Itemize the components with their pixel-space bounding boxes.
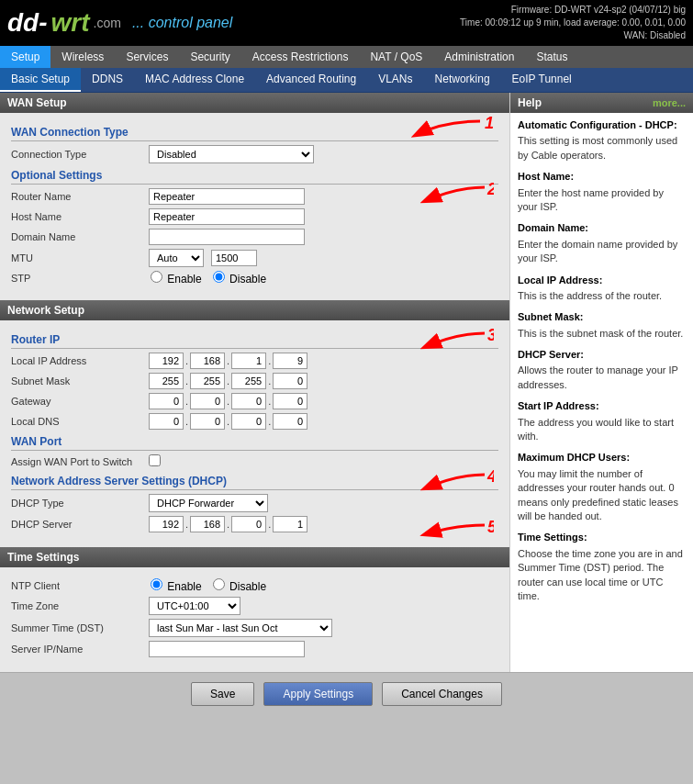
gateway-row: Gateway . . . (11, 393, 498, 409)
local-ip-2[interactable] (190, 353, 225, 369)
help-topic-2: Domain Name: Enter the domain name provi… (518, 221, 686, 265)
nav-networking[interactable]: Networking (424, 68, 501, 92)
host-name-input[interactable] (149, 208, 305, 225)
time-settings-header: Time Settings (0, 547, 509, 567)
nav-access-restrictions[interactable]: Access Restrictions (241, 46, 360, 68)
nav-ddns[interactable]: DDNS (81, 68, 134, 92)
help-topic-2-text: Enter the domain name provided by your I… (518, 238, 686, 266)
sidebar-more-link[interactable]: more... (653, 97, 686, 108)
help-topic-4-text: This is the subnet mask of the router. (518, 327, 686, 341)
stp-disable-label[interactable]: Disable (211, 273, 266, 286)
domain-name-label: Domain Name (11, 231, 149, 242)
nav-mac-address-clone[interactable]: MAC Address Clone (134, 68, 255, 92)
connection-type-select[interactable]: Disabled Automatic Configuration - DHCP … (149, 145, 314, 163)
gw-4[interactable] (273, 393, 307, 409)
dhcp-ip-3[interactable] (231, 516, 266, 532)
logo-wrt: wrt (51, 8, 90, 38)
nav-services[interactable]: Services (115, 46, 179, 68)
network-setup-header: Network Setup (0, 300, 509, 320)
nav-basic-setup[interactable]: Basic Setup (0, 68, 81, 92)
host-name-label: Host Name (11, 211, 149, 222)
dhcp-server-row: DHCP Server . . . (11, 516, 498, 532)
gw-1[interactable] (149, 393, 184, 409)
router-name-input[interactable] (149, 188, 305, 205)
summer-time-select[interactable]: last Sun Mar - last Sun Oct Disabled (149, 619, 332, 637)
subnet-mask-label: Subnet Mask (11, 375, 149, 386)
assign-wan-checkbox[interactable] (149, 454, 161, 466)
logo: dd-wrt.com ... control panel (7, 8, 232, 38)
nav-wireless[interactable]: Wireless (50, 46, 115, 68)
dhcp-ip-4[interactable] (273, 516, 307, 532)
help-topic-8: Time Settings: Choose the time zone you … (518, 531, 686, 603)
domain-name-row: Domain Name (11, 229, 498, 245)
help-topic-6-text: The address you would like to start with… (518, 416, 686, 444)
stp-enable-radio[interactable] (151, 271, 162, 283)
help-topic-3: Local IP Address: This is the address of… (518, 274, 686, 304)
cancel-changes-button[interactable]: Cancel Changes (382, 682, 502, 706)
save-button[interactable]: Save (191, 682, 254, 706)
nav-status[interactable]: Status (525, 46, 578, 68)
ntp-disable-label[interactable]: Disable (211, 580, 266, 593)
mtu-mode-select[interactable]: Auto Manual (149, 249, 204, 267)
server-ip-control (149, 641, 498, 657)
dhcp-ip-2[interactable] (190, 516, 225, 532)
stp-enable-label[interactable]: Enable (149, 273, 202, 286)
time-settings-section: Time Settings NTP Client Enable Disable … (0, 547, 509, 668)
subnet-4[interactable] (273, 373, 307, 389)
nav-security[interactable]: Security (179, 46, 240, 68)
nav-advanced-routing[interactable]: Advanced Routing (255, 68, 367, 92)
subnet-2[interactable] (190, 373, 225, 389)
help-topic-5: DHCP Server: Allows the router to manage… (518, 348, 686, 392)
dns-2[interactable] (190, 413, 225, 430)
logo-com: .com (94, 16, 121, 30)
ntp-enable-label[interactable]: Enable (149, 580, 202, 593)
local-ip-3[interactable] (231, 353, 266, 369)
ntp-enable-radio[interactable] (151, 578, 162, 590)
server-ip-input[interactable] (149, 641, 305, 657)
nav-eoip-tunnel[interactable]: EoIP Tunnel (501, 68, 583, 92)
sidebar-title: Help (518, 96, 542, 109)
stp-disable-radio[interactable] (213, 271, 225, 283)
apply-settings-button[interactable]: Apply Settings (263, 682, 373, 706)
ntp-row: NTP Client Enable Disable (11, 578, 498, 593)
stp-disable-text: Disable (229, 273, 266, 286)
timezone-row: Time Zone UTC+01:00 UTC UTC-05:00 (11, 597, 498, 615)
mtu-row: MTU Auto Manual (11, 249, 498, 267)
subnet-1[interactable] (149, 373, 184, 389)
nav-setup[interactable]: Setup (0, 46, 50, 68)
local-ip-4[interactable] (273, 353, 307, 369)
domain-name-input[interactable] (149, 229, 305, 245)
wan-setup-body: WAN Connection Type Connection Type Disa… (0, 113, 509, 297)
ntp-disable-text: Disable (229, 580, 266, 593)
dns-4[interactable] (273, 413, 307, 430)
ntp-label: NTP Client (11, 580, 149, 591)
ntp-disable-radio[interactable] (213, 578, 225, 590)
local-ip-1[interactable] (149, 353, 184, 369)
help-topic-6-title: Start IP Address: (518, 399, 686, 413)
local-dns-control: . . . (149, 413, 498, 430)
summer-time-row: Summer Time (DST) last Sun Mar - last Su… (11, 619, 498, 637)
router-name-label: Router Name (11, 191, 149, 202)
arrow-2-svg: 2 (402, 178, 494, 224)
logo-cp: ... control panel (132, 15, 232, 31)
summer-time-label: Summer Time (DST) (11, 622, 149, 633)
subnet-3[interactable] (231, 373, 266, 389)
dns-3[interactable] (231, 413, 266, 430)
help-topic-7-text: You may limit the number of addresses yo… (518, 467, 686, 524)
mtu-value-input[interactable] (211, 250, 257, 266)
nav-vlans[interactable]: VLANs (367, 68, 423, 92)
nav-administration[interactable]: Administration (433, 46, 525, 68)
gw-3[interactable] (231, 393, 266, 409)
dns-1[interactable] (149, 413, 184, 430)
gw-2[interactable] (190, 393, 225, 409)
connection-type-row: Connection Type Disabled Automatic Confi… (11, 145, 498, 163)
dhcp-type-select[interactable]: DHCP Forwarder DHCP Server Disabled (149, 494, 268, 512)
help-topic-1: Host Name: Enter the host name provided … (518, 170, 686, 214)
dhcp-ip-1[interactable] (149, 516, 184, 532)
content-area: WAN Setup WAN Connection Type Connection… (0, 93, 509, 672)
arrow-1-svg: 1 (388, 112, 498, 158)
nav-nat-qos[interactable]: NAT / QoS (359, 46, 433, 68)
help-topic-5-title: DHCP Server: (518, 348, 686, 362)
timezone-select[interactable]: UTC+01:00 UTC UTC-05:00 (149, 597, 240, 615)
svg-text:3: 3 (487, 326, 494, 344)
